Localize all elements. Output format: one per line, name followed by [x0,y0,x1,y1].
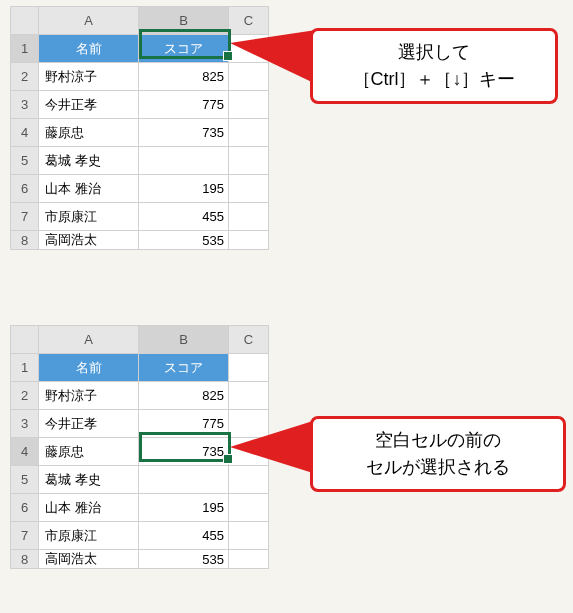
svg-marker-1 [230,420,316,474]
col-header-C[interactable]: C [229,326,269,354]
cell-name[interactable]: 高岡浩太 [39,550,139,569]
cell-score[interactable]: 825 [139,382,229,410]
cell-name[interactable]: 今井正孝 [39,91,139,119]
callout-line: 選択して [329,39,539,66]
table-header-name[interactable]: 名前 [39,354,139,382]
select-all[interactable] [11,326,39,354]
cell-name[interactable]: 葛城 孝史 [39,466,139,494]
cell[interactable] [229,522,269,550]
cell[interactable] [229,550,269,569]
cell[interactable] [229,203,269,231]
cell-name[interactable]: 高岡浩太 [39,231,139,250]
callout-line: 空白セルの前の [329,427,547,454]
cell-name[interactable]: 野村涼子 [39,382,139,410]
cell-score[interactable]: 735 [139,438,229,466]
cell[interactable] [229,91,269,119]
cell-score[interactable]: 195 [139,494,229,522]
cell-name[interactable]: 市原康江 [39,203,139,231]
cell-score[interactable]: 775 [139,410,229,438]
row-header[interactable]: 3 [11,91,39,119]
cell-score[interactable]: 455 [139,522,229,550]
col-header-B[interactable]: B [139,7,229,35]
callout-box: 空白セルの前の セルが選択される [310,416,566,492]
row-header[interactable]: 7 [11,203,39,231]
row-header[interactable]: 2 [11,63,39,91]
callout-line: ［Ctrl］＋［↓］キー [329,66,539,93]
cell[interactable] [229,119,269,147]
cell-name[interactable]: 市原康江 [39,522,139,550]
row-header[interactable]: 1 [11,35,39,63]
cell-score[interactable] [139,466,229,494]
row-header[interactable]: 3 [11,410,39,438]
cell-name[interactable]: 山本 雅治 [39,494,139,522]
cell-score[interactable]: 455 [139,203,229,231]
row-header[interactable]: 4 [11,438,39,466]
table-header-score[interactable]: スコア [139,354,229,382]
col-header-A[interactable]: A [39,326,139,354]
cell-score[interactable]: 535 [139,550,229,569]
cell-name[interactable]: 山本 雅治 [39,175,139,203]
cell-score[interactable]: 825 [139,63,229,91]
cell-name[interactable]: 葛城 孝史 [39,147,139,175]
row-header[interactable]: 5 [11,466,39,494]
cell-score[interactable]: 735 [139,119,229,147]
callout-box: 選択して ［Ctrl］＋［↓］キー [310,28,558,104]
cell-score[interactable]: 195 [139,175,229,203]
cell-name[interactable]: 野村涼子 [39,63,139,91]
row-header[interactable]: 6 [11,175,39,203]
cell-score[interactable]: 535 [139,231,229,250]
row-header[interactable]: 8 [11,550,39,569]
row-header[interactable]: 8 [11,231,39,250]
row-header[interactable]: 2 [11,382,39,410]
row-header[interactable]: 5 [11,147,39,175]
cell[interactable] [229,147,269,175]
cell[interactable] [229,354,269,382]
row-header[interactable]: 4 [11,119,39,147]
cell-name[interactable]: 藤原忠 [39,119,139,147]
callout-line: セルが選択される [329,454,547,481]
col-header-A[interactable]: A [39,7,139,35]
table-header-name[interactable]: 名前 [39,35,139,63]
select-all[interactable] [11,7,39,35]
row-header[interactable]: 6 [11,494,39,522]
row-header[interactable]: 7 [11,522,39,550]
cell-score[interactable]: 775 [139,91,229,119]
table-header-score[interactable]: スコア [139,35,229,63]
cell-score[interactable] [139,147,229,175]
cell[interactable] [229,494,269,522]
cell[interactable] [229,382,269,410]
row-header[interactable]: 1 [11,354,39,382]
col-header-B[interactable]: B [139,326,229,354]
cell-name[interactable]: 今井正孝 [39,410,139,438]
cell-name[interactable]: 藤原忠 [39,438,139,466]
svg-marker-0 [230,30,316,84]
cell[interactable] [229,175,269,203]
cell[interactable] [229,231,269,250]
